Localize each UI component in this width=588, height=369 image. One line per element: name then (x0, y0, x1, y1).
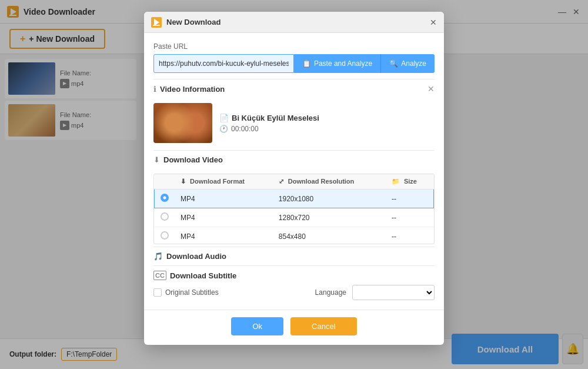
analyze-button[interactable]: 🔍 Analyze (380, 54, 435, 73)
download-audio-header[interactable]: 🎵 Download Audio (153, 252, 435, 261)
table-header-row: ⬇ Download Format ⤢ Download Resolution … (155, 174, 434, 190)
url-row: 📋 Paste and Analyze 🔍 Analyze (153, 54, 435, 73)
size-col-icon: 📁 (392, 178, 400, 185)
url-input-wrapper (153, 54, 294, 73)
format-cell: MP4 (175, 208, 273, 227)
modal-body: Paste URL 📋 Paste and Analyze 🔍 Analyze (144, 33, 444, 310)
video-info-content: 📄 Bi Küçük Eylül Meselesi 🕐 00:00:00 (153, 103, 435, 143)
format-table-wrapper[interactable]: ⬇ Download Format ⤢ Download Resolution … (153, 174, 435, 244)
original-subtitles-checkbox[interactable] (153, 288, 162, 297)
size-col-label: Size (404, 178, 417, 185)
th-size: 📁 Size (386, 174, 434, 190)
paste-icon: 📋 (302, 59, 311, 68)
resolution-cell: 854x480 (273, 227, 386, 245)
download-subtitle-section: CC Download Subtitle Original Subtitles … (153, 265, 435, 300)
original-subtitles-row: Original Subtitles (153, 288, 219, 297)
th-format: ⬇ Download Format (175, 174, 273, 190)
download-audio-section: 🎵 Download Audio (153, 247, 435, 261)
download-video-icon: ⬇ (153, 155, 160, 164)
language-label: Language (315, 288, 346, 297)
th-resolution: ⤢ Download Resolution (273, 174, 386, 190)
video-info-dismiss-button[interactable]: ✕ (427, 84, 435, 94)
original-subtitles-label: Original Subtitles (165, 288, 219, 297)
modal-title: New Download (166, 18, 430, 26)
paste-and-analyze-button[interactable]: 📋 Paste and Analyze (294, 54, 380, 73)
format-col-icon: ⬇ (181, 178, 186, 185)
search-icon: 🔍 (389, 59, 398, 68)
url-input[interactable] (153, 54, 294, 73)
format-table: ⬇ Download Format ⤢ Download Resolution … (154, 174, 434, 244)
modal-close-button[interactable]: ✕ (430, 18, 437, 27)
table-row[interactable]: MP41920x1080-- (155, 190, 434, 208)
video-title: Bi Küçük Eylül Meselesi (232, 114, 319, 122)
size-cell: -- (386, 190, 434, 208)
format-col-label: Download Format (190, 178, 245, 185)
modal-logo (151, 17, 162, 28)
new-download-modal: New Download ✕ Paste URL 📋 Paste and Ana… (144, 12, 444, 345)
download-audio-label: Download Audio (166, 252, 226, 261)
download-subtitle-header: CC Download Subtitle (153, 271, 435, 280)
video-duration-row: 🕐 00:00:00 (219, 125, 319, 133)
audio-icon: 🎵 (153, 252, 163, 261)
format-cell: MP4 (175, 227, 273, 245)
size-cell: -- (386, 208, 434, 227)
radio-dot (161, 231, 169, 240)
radio-cell[interactable] (155, 208, 175, 227)
modal-titlebar: New Download ✕ (144, 12, 444, 33)
download-subtitle-label: Download Subtitle (170, 271, 236, 280)
radio-dot (161, 194, 169, 202)
document-icon: 📄 (219, 114, 229, 122)
video-preview-thumbnail (153, 103, 212, 143)
download-video-label: Download Video (163, 155, 223, 164)
format-cell: MP4 (175, 190, 273, 208)
info-icon: ℹ (153, 85, 156, 94)
subtitle-options-row: Original Subtitles Language (153, 285, 435, 300)
size-cell: -- (386, 227, 434, 245)
video-info-section-label: Video Information (160, 85, 225, 94)
modal-overlay: New Download ✕ Paste URL 📋 Paste and Ana… (0, 0, 588, 369)
resolution-cell: 1920x1080 (273, 190, 386, 208)
radio-cell[interactable] (155, 227, 175, 245)
modal-footer: Ok Cancel (144, 310, 444, 345)
radio-cell[interactable] (155, 190, 175, 208)
download-video-section: ⬇ Download Video ⬇ Download Format (153, 150, 435, 244)
table-row[interactable]: MP4854x480-- (155, 227, 434, 245)
table-row[interactable]: MP41280x720-- (155, 208, 434, 227)
cc-badge: CC (153, 271, 166, 280)
video-title-row: 📄 Bi Küçük Eylül Meselesi (219, 114, 319, 122)
app-window: Video Downloader — ✕ + + New Download Fi… (0, 0, 588, 369)
analyze-label: Analyze (401, 59, 426, 68)
clock-icon: 🕐 (219, 125, 228, 133)
resolution-col-label: Download Resolution (288, 178, 354, 185)
video-duration: 00:00:00 (231, 125, 259, 133)
resolution-col-icon: ⤢ (279, 178, 284, 185)
video-metadata: 📄 Bi Küçük Eylül Meselesi 🕐 00:00:00 (219, 103, 319, 143)
cancel-button[interactable]: Cancel (290, 317, 356, 335)
download-video-section-header: ⬇ Download Video (153, 150, 435, 169)
ok-button[interactable]: Ok (231, 317, 283, 335)
format-table-body: MP41920x1080--MP41280x720--MP4854x480--M… (155, 190, 434, 245)
th-radio (155, 174, 175, 190)
paste-url-label: Paste URL (153, 42, 435, 51)
radio-dot (161, 212, 169, 221)
video-info-section-header: ℹ Video Information ✕ (153, 79, 435, 98)
resolution-cell: 1280x720 (273, 208, 386, 227)
paste-analyze-label: Paste and Analyze (314, 59, 372, 68)
language-select[interactable] (352, 285, 435, 300)
